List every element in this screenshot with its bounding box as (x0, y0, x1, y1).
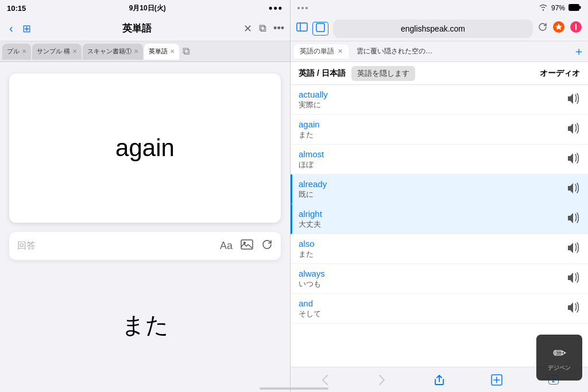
tab-label-0: プル (7, 47, 20, 56)
address-bar[interactable]: englishspeak.com (333, 20, 533, 38)
svg-rect-4 (570, 5, 578, 10)
word-info-2: almostほぼ (299, 149, 566, 170)
word-japanese-3: 既に (299, 189, 566, 200)
word-info-7: andそして (299, 298, 566, 319)
word-row-3[interactable]: already既に (291, 174, 588, 204)
copy-icon-btn[interactable]: ⧉ (259, 22, 266, 34)
word-row-6[interactable]: alwaysいつも (291, 264, 588, 294)
audio-btn-7[interactable] (566, 301, 580, 316)
audio-btn-2[interactable] (566, 152, 580, 167)
browser-share-btn[interactable] (427, 374, 452, 386)
browser-back-btn[interactable] (312, 374, 338, 386)
audio-col-header: オーディオ (540, 68, 580, 79)
word-japanese-2: ほぼ (299, 160, 566, 170)
answer-image-btn[interactable] (241, 239, 253, 253)
word-row-5[interactable]: alsoまた (291, 234, 588, 264)
word-english-1: again (299, 119, 566, 129)
answer-icons: Aa (220, 239, 273, 253)
home-indicator (260, 387, 328, 390)
browser-forward-btn[interactable] (369, 374, 394, 386)
browser-add-btn[interactable] (484, 374, 509, 386)
right-status-right: 97% (539, 4, 581, 13)
hide-english-btn[interactable]: 英語を隠します (351, 66, 415, 81)
browser-toolbar: englishspeak.com (291, 16, 588, 41)
word-info-5: alsoまた (299, 239, 566, 259)
word-row-0[interactable]: actually実際に (291, 85, 588, 115)
left-tabs-bar: プル ✕ サンプル 構 ✕ スキャン書籍① ✕ 英単語 ✕ ⧉ (0, 41, 290, 62)
audio-btn-0[interactable] (566, 92, 580, 107)
left-title: 英単語 (37, 22, 238, 35)
left-status-bar: 10:15 9月10日(火) ••• (0, 0, 290, 16)
battery-icon (568, 4, 581, 13)
more-icon-btn[interactable]: ••• (273, 22, 284, 34)
tab-item-1[interactable]: サンプル 構 ✕ (32, 44, 82, 60)
word-list-header-label: 英語 / 日本語 (299, 68, 346, 79)
flashcard-word: again (115, 134, 175, 162)
wifi-icon (539, 4, 548, 13)
grid-button[interactable]: ⊞ (22, 22, 31, 35)
browser-tab-1[interactable]: 雲に覆い隠された空の無料写真素材 - I... (351, 44, 443, 59)
audio-btn-3[interactable] (566, 182, 580, 197)
tab-item-0[interactable]: プル ✕ (2, 44, 31, 60)
word-list-header: 英語 / 日本語 英語を隠します オーディオ (291, 62, 588, 85)
toolbar-right-icons: ✕ ⧉ ••• (243, 22, 284, 35)
browser-tab-0[interactable]: 英語の単語 ✕ (294, 44, 349, 59)
word-row-4[interactable]: alright大丈夫 (291, 204, 588, 234)
translation-text: また (122, 309, 169, 341)
browser-refresh-btn[interactable] (537, 22, 548, 35)
word-english-4: alright (299, 209, 566, 219)
browser-tab-close-0[interactable]: ✕ (338, 48, 343, 55)
new-tab-btn[interactable]: ⧉ (180, 45, 192, 57)
word-english-7: and (299, 298, 566, 308)
right-panel: 97% englishspeak.com (291, 0, 588, 392)
back-button[interactable]: ‹ (6, 20, 17, 37)
card-area: again 回答 Aa (0, 62, 290, 392)
tab-close-3[interactable]: ✕ (170, 48, 175, 55)
watermark-pen-icon: ✏ (553, 344, 566, 363)
left-dots: ••• (269, 2, 283, 14)
battery-percentage: 97% (551, 4, 565, 12)
browser-tabs-bar: 英語の単語 ✕ 雲に覆い隠された空の無料写真素材 - I... ＋ (291, 41, 588, 62)
audio-btn-4[interactable] (566, 212, 580, 227)
word-list: actually実際に againまた almostほぼ already既に a… (291, 85, 588, 367)
word-english-3: already (299, 179, 566, 189)
answer-box[interactable]: 回答 Aa (9, 232, 281, 260)
left-time: 10:15 (7, 4, 26, 13)
word-row-7[interactable]: andそして (291, 294, 588, 324)
word-japanese-1: また (299, 130, 566, 140)
watermark: ✏ デジペン (536, 335, 582, 381)
right-status-bar: 97% (291, 0, 588, 16)
answer-refresh-btn[interactable] (261, 239, 273, 253)
word-japanese-4: 大丈夫 (299, 219, 566, 230)
answer-placeholder: 回答 (17, 240, 36, 252)
browser-tab-icon-btn[interactable] (312, 22, 328, 36)
word-info-1: againまた (299, 119, 566, 140)
tab-label-2: スキャン書籍① (87, 47, 131, 56)
answer-text-btn[interactable]: Aa (220, 240, 233, 252)
word-english-0: actually (299, 90, 566, 99)
word-info-0: actually実際に (299, 90, 566, 110)
brave-icon-btn[interactable] (552, 21, 565, 36)
audio-btn-6[interactable] (566, 271, 580, 286)
word-japanese-5: また (299, 249, 566, 259)
audio-btn-1[interactable] (566, 122, 580, 137)
word-row-2[interactable]: almostほぼ (291, 145, 588, 174)
tab-item-2[interactable]: スキャン書籍① ✕ (83, 44, 143, 60)
browser-tab-label-0: 英語の単語 (300, 46, 334, 56)
tab-close-1[interactable]: ✕ (72, 48, 77, 55)
translation-area: また (9, 269, 281, 381)
audio-btn-5[interactable] (566, 242, 580, 257)
tab-label-1: サンプル 構 (37, 47, 70, 56)
browser-tab-add-btn[interactable]: ＋ (573, 44, 585, 59)
tab-close-2[interactable]: ✕ (134, 48, 138, 55)
browser-sidebar-btn[interactable] (296, 22, 308, 34)
svg-rect-7 (316, 24, 324, 32)
tab-close-0[interactable]: ✕ (22, 48, 26, 55)
address-text: englishspeak.com (401, 24, 465, 33)
tab-item-3[interactable]: 英単語 ✕ (144, 44, 179, 60)
word-row-1[interactable]: againまた (291, 115, 588, 145)
close-icon-btn[interactable]: ✕ (243, 22, 252, 35)
word-english-2: almost (299, 149, 566, 159)
notification-icon-btn[interactable] (570, 21, 582, 36)
right-status-dots (297, 7, 308, 9)
